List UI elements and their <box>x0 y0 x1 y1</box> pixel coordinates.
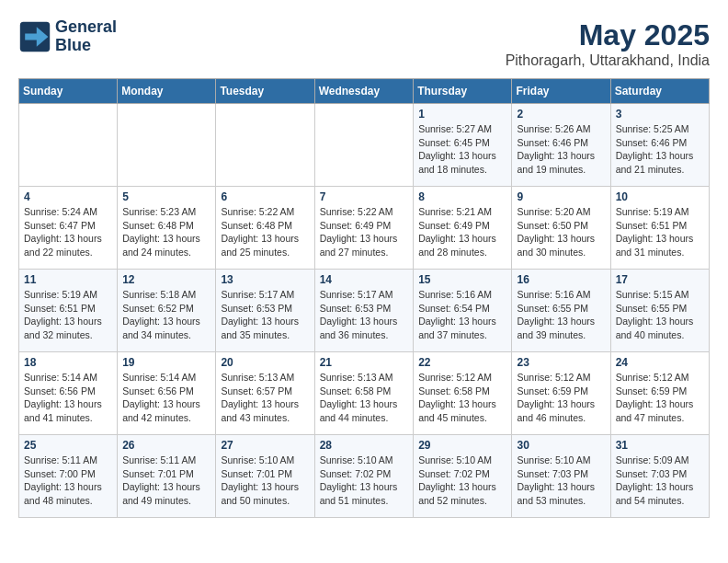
calendar-cell: 16Sunrise: 5:16 AM Sunset: 6:55 PM Dayli… <box>512 270 610 352</box>
calendar-cell: 30Sunrise: 5:10 AM Sunset: 7:03 PM Dayli… <box>512 435 610 518</box>
day-number: 30 <box>517 439 605 452</box>
day-info: Sunrise: 5:18 AM Sunset: 6:52 PM Dayligh… <box>122 288 210 342</box>
logo-icon <box>18 20 51 53</box>
day-info: Sunrise: 5:19 AM Sunset: 6:51 PM Dayligh… <box>616 205 704 259</box>
calendar-week-row: 18Sunrise: 5:14 AM Sunset: 6:56 PM Dayli… <box>19 352 710 435</box>
calendar-cell: 29Sunrise: 5:10 AM Sunset: 7:02 PM Dayli… <box>414 435 512 518</box>
weekday-header: Thursday <box>414 79 512 104</box>
page-header: General Blue May 2025 Pithoragarh, Uttar… <box>18 18 710 69</box>
weekday-header: Sunday <box>19 79 118 104</box>
day-number: 22 <box>418 356 506 369</box>
calendar-cell: 18Sunrise: 5:14 AM Sunset: 6:56 PM Dayli… <box>19 352 118 435</box>
calendar-week-row: 1Sunrise: 5:27 AM Sunset: 6:45 PM Daylig… <box>19 104 710 187</box>
calendar-cell: 13Sunrise: 5:17 AM Sunset: 6:53 PM Dayli… <box>216 270 314 352</box>
day-info: Sunrise: 5:13 AM Sunset: 6:58 PM Dayligh… <box>320 371 409 425</box>
day-info: Sunrise: 5:17 AM Sunset: 6:53 PM Dayligh… <box>320 288 409 342</box>
calendar-table: SundayMondayTuesdayWednesdayThursdayFrid… <box>18 78 710 518</box>
calendar-cell: 24Sunrise: 5:12 AM Sunset: 6:59 PM Dayli… <box>610 352 709 435</box>
day-number: 14 <box>320 273 409 286</box>
calendar-cell: 17Sunrise: 5:15 AM Sunset: 6:55 PM Dayli… <box>610 270 709 352</box>
day-number: 20 <box>221 356 309 369</box>
day-info: Sunrise: 5:10 AM Sunset: 7:01 PM Dayligh… <box>221 454 309 508</box>
calendar-cell: 22Sunrise: 5:12 AM Sunset: 6:58 PM Dayli… <box>414 352 512 435</box>
day-number: 16 <box>517 273 605 286</box>
calendar-cell <box>216 104 314 187</box>
day-info: Sunrise: 5:12 AM Sunset: 6:59 PM Dayligh… <box>616 371 704 425</box>
day-number: 27 <box>221 439 309 452</box>
weekday-header-row: SundayMondayTuesdayWednesdayThursdayFrid… <box>19 79 710 104</box>
weekday-header: Wednesday <box>314 79 414 104</box>
logo-text: General Blue <box>55 18 117 55</box>
day-info: Sunrise: 5:26 AM Sunset: 6:46 PM Dayligh… <box>517 122 605 177</box>
day-number: 28 <box>320 439 409 452</box>
calendar-cell: 12Sunrise: 5:18 AM Sunset: 6:52 PM Dayli… <box>118 270 216 352</box>
calendar-cell: 19Sunrise: 5:14 AM Sunset: 6:56 PM Dayli… <box>118 352 216 435</box>
day-info: Sunrise: 5:27 AM Sunset: 6:45 PM Dayligh… <box>418 122 506 177</box>
calendar-cell <box>314 104 414 187</box>
day-info: Sunrise: 5:13 AM Sunset: 6:57 PM Dayligh… <box>221 371 309 425</box>
title-block: May 2025 Pithoragarh, Uttarakhand, India <box>506 18 710 69</box>
calendar-week-row: 25Sunrise: 5:11 AM Sunset: 7:00 PM Dayli… <box>19 435 710 518</box>
day-number: 15 <box>418 273 506 286</box>
day-number: 31 <box>616 439 704 452</box>
day-info: Sunrise: 5:23 AM Sunset: 6:48 PM Dayligh… <box>122 205 210 259</box>
day-number: 8 <box>418 190 506 203</box>
logo-line1: General <box>55 17 117 36</box>
day-info: Sunrise: 5:10 AM Sunset: 7:02 PM Dayligh… <box>320 454 409 508</box>
calendar-cell: 4Sunrise: 5:24 AM Sunset: 6:47 PM Daylig… <box>19 187 118 270</box>
logo-line2: Blue <box>55 36 91 54</box>
weekday-header: Monday <box>118 79 216 104</box>
day-number: 11 <box>24 273 112 286</box>
calendar-cell: 6Sunrise: 5:22 AM Sunset: 6:48 PM Daylig… <box>216 187 314 270</box>
day-info: Sunrise: 5:16 AM Sunset: 6:55 PM Dayligh… <box>517 288 605 342</box>
calendar-cell: 15Sunrise: 5:16 AM Sunset: 6:54 PM Dayli… <box>414 270 512 352</box>
calendar-cell: 14Sunrise: 5:17 AM Sunset: 6:53 PM Dayli… <box>314 270 414 352</box>
day-number: 9 <box>517 190 605 203</box>
day-info: Sunrise: 5:19 AM Sunset: 6:51 PM Dayligh… <box>24 288 112 342</box>
calendar-cell: 3Sunrise: 5:25 AM Sunset: 6:46 PM Daylig… <box>610 104 709 187</box>
calendar-cell: 28Sunrise: 5:10 AM Sunset: 7:02 PM Dayli… <box>314 435 414 518</box>
calendar-cell: 5Sunrise: 5:23 AM Sunset: 6:48 PM Daylig… <box>118 187 216 270</box>
calendar-cell: 25Sunrise: 5:11 AM Sunset: 7:00 PM Dayli… <box>19 435 118 518</box>
day-number: 25 <box>24 439 112 452</box>
day-info: Sunrise: 5:24 AM Sunset: 6:47 PM Dayligh… <box>24 205 112 259</box>
day-info: Sunrise: 5:14 AM Sunset: 6:56 PM Dayligh… <box>24 371 112 425</box>
day-number: 21 <box>320 356 409 369</box>
day-info: Sunrise: 5:20 AM Sunset: 6:50 PM Dayligh… <box>517 205 605 259</box>
day-info: Sunrise: 5:25 AM Sunset: 6:46 PM Dayligh… <box>616 122 704 177</box>
calendar-cell <box>118 104 216 187</box>
calendar-cell: 1Sunrise: 5:27 AM Sunset: 6:45 PM Daylig… <box>414 104 512 187</box>
weekday-header: Tuesday <box>216 79 314 104</box>
day-info: Sunrise: 5:16 AM Sunset: 6:54 PM Dayligh… <box>418 288 506 342</box>
calendar-cell: 2Sunrise: 5:26 AM Sunset: 6:46 PM Daylig… <box>512 104 610 187</box>
day-number: 26 <box>122 439 210 452</box>
day-info: Sunrise: 5:12 AM Sunset: 6:58 PM Dayligh… <box>418 371 506 425</box>
calendar-cell <box>19 104 118 187</box>
day-info: Sunrise: 5:14 AM Sunset: 6:56 PM Dayligh… <box>122 371 210 425</box>
calendar-week-row: 11Sunrise: 5:19 AM Sunset: 6:51 PM Dayli… <box>19 270 710 352</box>
day-info: Sunrise: 5:12 AM Sunset: 6:59 PM Dayligh… <box>517 371 605 425</box>
day-number: 24 <box>616 356 704 369</box>
calendar-cell: 8Sunrise: 5:21 AM Sunset: 6:49 PM Daylig… <box>414 187 512 270</box>
day-number: 5 <box>122 190 210 203</box>
day-info: Sunrise: 5:11 AM Sunset: 7:00 PM Dayligh… <box>24 454 112 508</box>
calendar-cell: 21Sunrise: 5:13 AM Sunset: 6:58 PM Dayli… <box>314 352 414 435</box>
day-number: 7 <box>320 190 409 203</box>
day-number: 19 <box>122 356 210 369</box>
calendar-cell: 26Sunrise: 5:11 AM Sunset: 7:01 PM Dayli… <box>118 435 216 518</box>
day-number: 13 <box>221 273 309 286</box>
day-number: 6 <box>221 190 309 203</box>
calendar-cell: 23Sunrise: 5:12 AM Sunset: 6:59 PM Dayli… <box>512 352 610 435</box>
calendar-cell: 20Sunrise: 5:13 AM Sunset: 6:57 PM Dayli… <box>216 352 314 435</box>
day-number: 4 <box>24 190 112 203</box>
day-info: Sunrise: 5:10 AM Sunset: 7:03 PM Dayligh… <box>517 454 605 508</box>
day-number: 10 <box>616 190 704 203</box>
weekday-header: Saturday <box>610 79 709 104</box>
month-year: May 2025 <box>506 18 710 52</box>
calendar-cell: 9Sunrise: 5:20 AM Sunset: 6:50 PM Daylig… <box>512 187 610 270</box>
day-number: 12 <box>122 273 210 286</box>
day-info: Sunrise: 5:10 AM Sunset: 7:02 PM Dayligh… <box>418 454 506 508</box>
day-info: Sunrise: 5:17 AM Sunset: 6:53 PM Dayligh… <box>221 288 309 342</box>
day-info: Sunrise: 5:22 AM Sunset: 6:48 PM Dayligh… <box>221 205 309 259</box>
calendar-cell: 27Sunrise: 5:10 AM Sunset: 7:01 PM Dayli… <box>216 435 314 518</box>
